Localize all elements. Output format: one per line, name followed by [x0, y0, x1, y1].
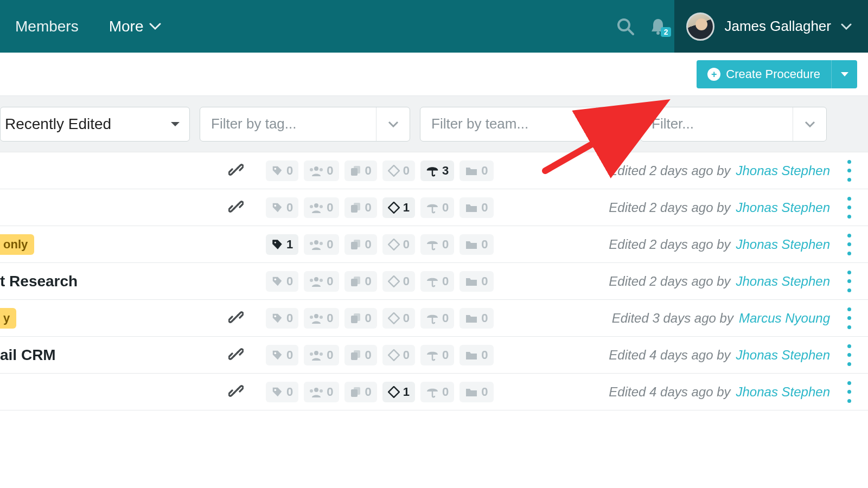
row-actions-menu[interactable]: [842, 344, 856, 366]
editor-link[interactable]: Jhonas Stephen: [736, 348, 830, 363]
filter-team-caret[interactable]: [596, 107, 630, 141]
stat-folder[interactable]: 0: [459, 308, 493, 329]
stat-umbrella-count: 0: [442, 348, 449, 362]
stat-people[interactable]: 0: [304, 160, 339, 181]
create-procedure-dropdown[interactable]: [831, 60, 857, 88]
stat-diamond[interactable]: 1: [382, 197, 415, 218]
table-row[interactable]: 000100Edited 4 days ago by Jhonas Stephe…: [0, 374, 868, 410]
row-stats: 000000: [266, 271, 494, 292]
stat-folder[interactable]: 0: [459, 160, 493, 181]
stat-people[interactable]: 0: [304, 345, 339, 365]
table-row[interactable]: 000030Edited 2 days ago by Jhonas Stephe…: [0, 152, 868, 189]
stat-diamond[interactable]: 0: [382, 234, 415, 255]
filter-tag-combo[interactable]: Filter by tag...: [200, 107, 410, 142]
stat-umbrella[interactable]: 0: [420, 234, 454, 255]
stat-umbrella-count: 0: [442, 237, 449, 252]
link-icon: [228, 162, 244, 179]
editor-link[interactable]: Jhonas Stephen: [736, 384, 830, 400]
stat-people[interactable]: 0: [304, 308, 339, 329]
stat-copies[interactable]: 0: [344, 271, 377, 292]
folder-icon: [465, 165, 478, 176]
svg-point-50: [320, 352, 323, 356]
stat-tag[interactable]: 0: [266, 160, 298, 181]
stat-tag[interactable]: 0: [266, 382, 298, 402]
row-link-indicator[interactable]: [217, 162, 255, 179]
row-actions-menu[interactable]: [842, 160, 856, 182]
stat-folder[interactable]: 0: [459, 271, 493, 292]
stat-tag[interactable]: 0: [266, 308, 298, 329]
editor-link[interactable]: Jhonas Stephen: [736, 163, 830, 178]
row-link-indicator[interactable]: [217, 310, 255, 327]
nav-more[interactable]: More: [94, 18, 176, 35]
table-row[interactable]: y000000Edited 3 days ago by Marcus Nyoun…: [0, 300, 868, 337]
stat-umbrella[interactable]: 3: [420, 160, 454, 181]
stat-diamond[interactable]: 0: [382, 160, 415, 181]
table-row[interactable]: t Research000000Edited 2 days ago by Jho…: [0, 263, 868, 300]
filter-extra-combo[interactable]: Filter...: [640, 107, 827, 142]
svg-point-48: [314, 351, 318, 355]
row-link-indicator[interactable]: [217, 383, 255, 401]
row-actions-menu[interactable]: [842, 197, 856, 219]
create-procedure-button[interactable]: + Create Procedure: [697, 60, 857, 88]
stat-folder[interactable]: 0: [459, 197, 493, 218]
filter-extra-caret[interactable]: [793, 107, 826, 141]
editor-link[interactable]: Jhonas Stephen: [736, 274, 830, 289]
stat-copies-count: 0: [365, 237, 372, 252]
stat-copies[interactable]: 0: [344, 197, 377, 218]
svg-point-5: [314, 166, 318, 171]
stat-diamond[interactable]: 0: [382, 345, 415, 365]
stat-folder[interactable]: 0: [459, 234, 493, 255]
umbrella-icon: [426, 239, 439, 251]
stat-umbrella[interactable]: 0: [420, 271, 454, 292]
copies-icon: [350, 312, 362, 324]
editor-link[interactable]: Jhonas Stephen: [736, 200, 830, 215]
row-actions-menu[interactable]: [842, 381, 856, 403]
row-link-indicator[interactable]: [217, 346, 255, 364]
editor-link[interactable]: Marcus Nyoung: [739, 311, 830, 326]
stat-copies-count: 0: [365, 311, 372, 325]
stat-tag[interactable]: 1: [266, 234, 298, 255]
stat-umbrella-count: 0: [442, 385, 449, 399]
stat-diamond[interactable]: 0: [382, 308, 415, 329]
stat-people[interactable]: 0: [304, 234, 339, 255]
stat-copies[interactable]: 0: [344, 308, 377, 329]
row-actions-menu[interactable]: [842, 307, 856, 329]
stat-umbrella[interactable]: 0: [420, 345, 454, 365]
stat-copies[interactable]: 0: [344, 234, 377, 255]
stat-diamond-count: 0: [403, 164, 410, 178]
stat-umbrella[interactable]: 0: [420, 197, 454, 218]
table-row[interactable]: 000100Edited 2 days ago by Jhonas Stephe…: [0, 189, 868, 226]
filter-tag-caret[interactable]: [376, 107, 410, 141]
filter-team-combo[interactable]: Filter by team...: [420, 107, 630, 142]
stat-people[interactable]: 0: [304, 382, 339, 402]
stat-diamond[interactable]: 0: [382, 271, 415, 292]
stat-umbrella[interactable]: 0: [420, 308, 454, 329]
user-menu[interactable]: James Gallagher: [674, 0, 868, 53]
stat-tag[interactable]: 0: [266, 197, 298, 218]
row-link-indicator[interactable]: [217, 199, 255, 216]
stat-copies[interactable]: 0: [344, 382, 377, 402]
stat-copies-count: 0: [365, 385, 372, 399]
create-procedure-main[interactable]: + Create Procedure: [697, 60, 831, 88]
row-actions-menu[interactable]: [842, 234, 856, 255]
search-button[interactable]: [609, 17, 642, 36]
editor-link[interactable]: Jhonas Stephen: [736, 237, 830, 252]
stat-people[interactable]: 0: [304, 271, 339, 292]
stat-tag[interactable]: 0: [266, 271, 298, 292]
stat-umbrella[interactable]: 0: [420, 382, 454, 402]
nav-members[interactable]: Members: [0, 18, 94, 35]
stat-people[interactable]: 0: [304, 197, 339, 218]
copies-icon: [350, 202, 362, 214]
stat-copies[interactable]: 0: [344, 160, 377, 181]
stat-folder[interactable]: 0: [459, 382, 493, 402]
table-row[interactable]: only100000Edited 2 days ago by Jhonas St…: [0, 226, 868, 263]
stat-copies[interactable]: 0: [344, 345, 377, 365]
notifications-button[interactable]: 2: [642, 17, 674, 36]
row-actions-menu[interactable]: [842, 271, 856, 292]
table-row[interactable]: ail CRM000000Edited 4 days ago by Jhonas…: [0, 337, 868, 374]
stat-folder[interactable]: 0: [459, 345, 493, 365]
sort-select[interactable]: Recently Edited: [0, 107, 190, 142]
stat-tag[interactable]: 0: [266, 345, 298, 365]
link-icon: [228, 383, 244, 401]
stat-diamond[interactable]: 1: [382, 382, 415, 402]
